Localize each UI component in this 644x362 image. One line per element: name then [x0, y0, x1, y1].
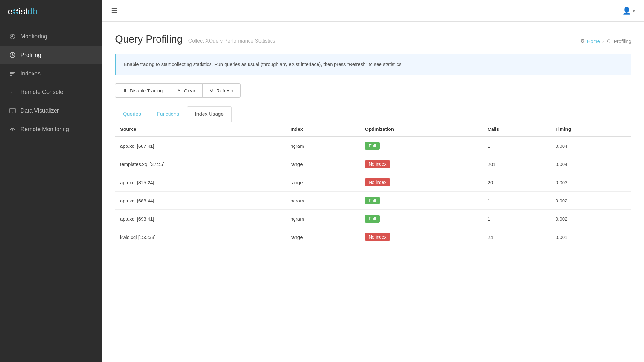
content-area: Query Profiling Collect XQuery Performan… [102, 22, 644, 362]
cell-index: ngram [285, 210, 360, 228]
times-icon: ✕ [177, 88, 181, 93]
refresh-button[interactable]: ↻ Refresh [202, 83, 241, 98]
indexes-icon [9, 70, 16, 77]
cell-optimization: Full [360, 137, 482, 155]
logo: e ist db [8, 6, 38, 17]
cell-timing: 0.001 [550, 228, 631, 246]
info-banner: Enable tracing to start collecting stati… [115, 54, 631, 75]
sidebar-item-profiling[interactable]: Profiling [0, 46, 102, 64]
page-subtitle: Collect XQuery Performance Statistics [188, 38, 275, 44]
sidebar-item-label-indexes: Indexes [20, 70, 41, 77]
table-row: templates.xql [374:5] range No index 201… [115, 155, 631, 173]
table-row: app.xql [688:44] ngram Full 1 0.002 [115, 192, 631, 210]
svg-rect-6 [10, 75, 12, 76]
col-timing: Timing [550, 122, 631, 137]
hamburger-button[interactable]: ☰ [111, 7, 118, 15]
cell-timing: 0.002 [550, 210, 631, 228]
optimization-badge: Full [365, 197, 380, 204]
logo-area: e ist db [0, 0, 102, 23]
data-visualizer-icon [9, 107, 16, 114]
svg-point-1 [12, 35, 13, 37]
page-title-group: Query Profiling Collect XQuery Performan… [115, 33, 275, 45]
cell-source: app.xql [815:24] [115, 173, 285, 192]
col-source: Source [115, 122, 285, 137]
remote-console-icon: ›_ [9, 89, 16, 96]
optimization-badge: Full [365, 142, 380, 150]
cell-optimization: Full [360, 192, 482, 210]
topbar: ☰ 👤 ▾ [102, 0, 644, 22]
logo-dot-2 [16, 9, 18, 11]
cell-index: ngram [285, 192, 360, 210]
clear-button[interactable]: ✕ Clear [170, 83, 203, 98]
info-banner-text: Enable tracing to start collecting stati… [124, 61, 403, 67]
table-header: Source Index Optimization Calls Timing [115, 122, 631, 137]
cell-source: kwic.xql [155:38] [115, 228, 285, 246]
cell-calls: 1 [483, 137, 550, 155]
sidebar-item-data-visualizer[interactable]: Data Visualizer [0, 101, 102, 120]
col-calls: Calls [483, 122, 550, 137]
breadcrumb-home-icon: ⚙ [580, 38, 585, 44]
pause-icon: ⏸ [122, 88, 127, 93]
logo-dot-4 [16, 12, 18, 14]
cell-optimization: No index [360, 228, 482, 246]
cell-index: range [285, 173, 360, 192]
svg-rect-5 [10, 73, 14, 74]
table-header-row: Source Index Optimization Calls Timing [115, 122, 631, 137]
cell-calls: 20 [483, 173, 550, 192]
logo-dot-3 [13, 12, 15, 14]
svg-point-9 [12, 113, 13, 113]
sidebar-item-label-profiling: Profiling [20, 52, 41, 59]
cell-source: templates.xql [374:5] [115, 155, 285, 173]
cell-optimization: Full [360, 210, 482, 228]
cell-optimization: No index [360, 173, 482, 192]
logo-dots [13, 9, 18, 14]
cell-source: app.xql [687:41] [115, 137, 285, 155]
refresh-icon: ↻ [210, 88, 214, 93]
cell-calls: 1 [483, 192, 550, 210]
sidebar-item-indexes[interactable]: Indexes [0, 64, 102, 83]
tab-queries[interactable]: Queries [115, 106, 149, 122]
refresh-label: Refresh [216, 88, 233, 93]
svg-rect-4 [10, 72, 15, 73]
optimization-badge: Full [365, 215, 380, 223]
col-index: Index [285, 122, 360, 137]
col-optimization: Optimization [360, 122, 482, 137]
page-title: Query Profiling [115, 33, 183, 45]
remote-monitoring-icon [9, 126, 16, 133]
tab-index-usage[interactable]: Index Usage [187, 106, 232, 122]
cell-timing: 0.003 [550, 173, 631, 192]
tab-functions[interactable]: Functions [149, 106, 187, 122]
table-body: app.xql [687:41] ngram Full 1 0.004 temp… [115, 137, 631, 246]
cell-calls: 24 [483, 228, 550, 246]
breadcrumb-separator: › [602, 38, 604, 44]
table-row: app.xql [815:24] range No index 20 0.003 [115, 173, 631, 192]
table-row: kwic.xql [155:38] range No index 24 0.00… [115, 228, 631, 246]
cell-index: ngram [285, 137, 360, 155]
breadcrumb-profiling-icon: ⏱ [607, 38, 611, 44]
table-row: app.xql [687:41] ngram Full 1 0.004 [115, 137, 631, 155]
optimization-badge: No index [365, 233, 390, 241]
logo-db: db [28, 6, 38, 17]
user-caret-icon: ▾ [633, 8, 635, 13]
user-menu[interactable]: 👤 ▾ [622, 7, 635, 15]
cell-timing: 0.004 [550, 155, 631, 173]
sidebar-item-label-monitoring: Monitoring [20, 33, 47, 40]
cell-timing: 0.002 [550, 192, 631, 210]
disable-tracing-label: Disable Tracing [130, 88, 163, 93]
cell-index: range [285, 228, 360, 246]
index-usage-table: Source Index Optimization Calls Timing a… [115, 122, 631, 246]
breadcrumb-home[interactable]: Home [587, 38, 600, 44]
cell-timing: 0.004 [550, 137, 631, 155]
profiling-icon [9, 51, 16, 59]
sidebar-nav: Monitoring Profiling Indexes ›_ Remote C… [0, 23, 102, 142]
sidebar-item-remote-console[interactable]: ›_ Remote Console [0, 83, 102, 101]
cell-source: app.xql [693:41] [115, 210, 285, 228]
optimization-badge: No index [365, 160, 390, 168]
svg-rect-7 [10, 108, 15, 113]
sidebar-item-monitoring[interactable]: Monitoring [0, 27, 102, 46]
cell-optimization: No index [360, 155, 482, 173]
cell-index: range [285, 155, 360, 173]
tabs: Queries Functions Index Usage [115, 106, 631, 122]
disable-tracing-button[interactable]: ⏸ Disable Tracing [115, 83, 170, 98]
sidebar-item-remote-monitoring[interactable]: Remote Monitoring [0, 120, 102, 138]
